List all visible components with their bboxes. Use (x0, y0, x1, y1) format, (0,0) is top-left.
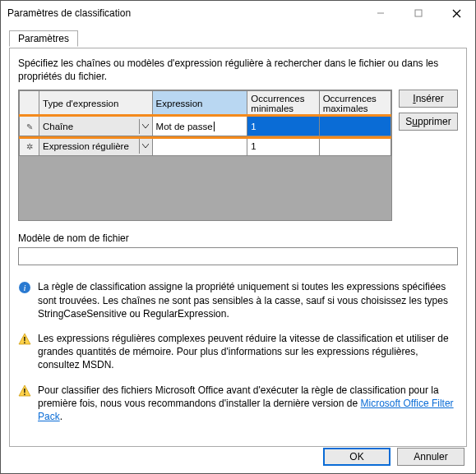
new-row-icon: ✲ (26, 142, 33, 151)
minimize-button[interactable] (362, 1, 400, 25)
svg-text:i: i (23, 283, 25, 292)
info-text: La règle de classification assigne la pr… (38, 280, 458, 320)
info-note: i La règle de classification assigne la … (18, 280, 458, 320)
row-indicator-edit: ✎ (20, 117, 39, 136)
warning2-text: Pour classifier des fichiers Microsoft O… (38, 384, 458, 424)
maximize-button[interactable] (400, 1, 437, 25)
cell-min[interactable]: 1 (247, 117, 319, 136)
svg-text:!: ! (23, 387, 25, 396)
grid-header-row: Type d'expression Expression Occurrences… (20, 91, 391, 117)
expression-grid[interactable]: Type d'expression Expression Occurrences… (18, 90, 392, 221)
chevron-down-icon[interactable] (139, 119, 152, 134)
chevron-down-icon[interactable] (139, 139, 152, 154)
warning-icon: ! (18, 332, 31, 372)
cell-type[interactable]: Expression régulière (39, 136, 153, 156)
cell-max[interactable] (319, 117, 391, 136)
window-title: Paramètres de classification (7, 7, 362, 19)
cell-type[interactable]: Chaîne (39, 117, 153, 136)
row-header-blank (20, 91, 39, 117)
filename-model-input[interactable] (18, 247, 458, 265)
warning-note: ! Les expressions régulières complexes p… (18, 332, 458, 372)
pencil-icon: ✎ (26, 122, 33, 131)
cell-expression[interactable]: Mot de passe (152, 117, 247, 136)
cancel-button[interactable]: Annuler (397, 448, 464, 466)
warning-icon: ! (18, 384, 31, 424)
intro-text: Spécifiez les chaînes ou modèles d'expre… (18, 57, 458, 83)
info-icon: i (18, 280, 31, 320)
col-type[interactable]: Type d'expression (39, 91, 153, 117)
cell-min[interactable]: 1 (247, 136, 319, 156)
tab-parameters[interactable]: Paramètres (9, 30, 78, 47)
filename-model-label: Modèle de nom de fichier (18, 232, 458, 244)
cell-expression[interactable] (152, 136, 247, 156)
warning1-text: Les expressions régulières complexes peu… (38, 332, 458, 372)
titlebar: Paramètres de classification (1, 1, 475, 25)
svg-text:!: ! (23, 335, 25, 344)
ok-button[interactable]: OK (323, 448, 391, 466)
col-expression[interactable]: Expression (152, 91, 247, 117)
delete-button[interactable]: Supprimer (399, 113, 458, 131)
table-row[interactable]: ✎ Chaîne Mot de passe 1 (20, 117, 391, 136)
row-indicator-new: ✲ (20, 136, 39, 156)
svg-rect-1 (415, 10, 422, 16)
warning-note: ! Pour classifier des fichiers Microsoft… (18, 384, 458, 424)
table-row[interactable]: ✲ Expression régulière 1 (20, 136, 391, 156)
cell-max[interactable] (319, 136, 391, 156)
insert-button[interactable]: Insérer (399, 90, 458, 108)
close-button[interactable] (437, 1, 475, 25)
col-max[interactable]: Occurrences maximales (319, 91, 391, 117)
text-caret (214, 122, 215, 131)
col-min[interactable]: Occurrences minimales (247, 91, 319, 117)
